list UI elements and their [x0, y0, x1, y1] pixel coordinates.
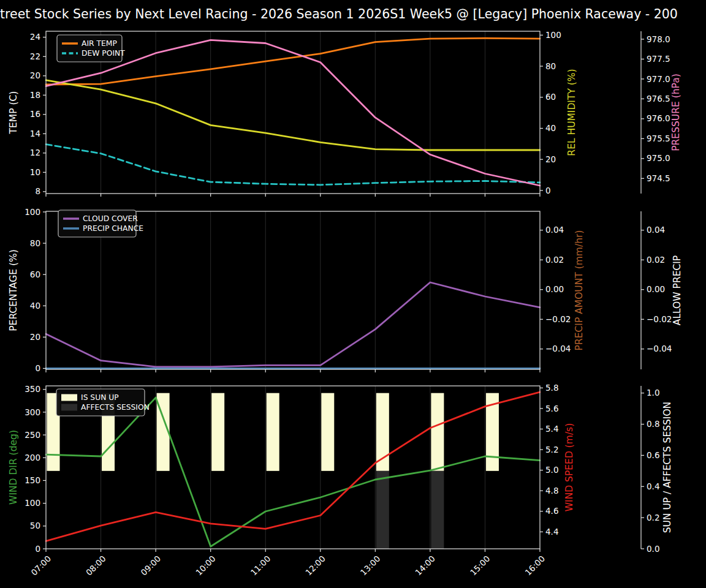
tick-label: 0.04 [545, 225, 564, 235]
tick-label: −0.04 [545, 344, 571, 353]
tick-label: 80 [545, 61, 556, 71]
axis-label-temp-c-: TEMP (C) [8, 91, 19, 135]
axis-percentage-: 020406080100PERCENTAGE (%) [8, 207, 46, 373]
tick-label: 300 [25, 407, 40, 417]
tick-label: 14 [30, 129, 40, 138]
axis-label-pressure-hpa-: PRESSURE (hPa) [670, 74, 681, 151]
bar-is-sun-up [431, 393, 444, 471]
tick-label: 5.4 [545, 424, 558, 434]
tick-label: 0 [35, 363, 40, 373]
tick-label: 12 [30, 148, 40, 157]
legend-swatch-is-sun-up [61, 394, 77, 401]
subplot-wind-sun: 050100150200250300350WIND DIR (deg)4.44.… [8, 383, 673, 554]
tick-label: 0.02 [647, 255, 665, 265]
x-tick-label: 08:00 [84, 554, 108, 578]
axis-allow-precip: −0.04−0.020.000.020.04ALLOW PRECIP [641, 211, 683, 369]
axis-wind-speed-m-s-: 4.44.64.85.05.25.45.65.8WIND SPEED (m/s) [540, 383, 575, 537]
axis-label-rel-humidity-: REL HUMIDITY (%) [566, 69, 577, 156]
tick-label: 4.4 [545, 527, 558, 537]
tick-label: 0.0 [647, 544, 659, 554]
tick-label: 20 [30, 70, 40, 80]
legend-label-precip-chance: PRECIP CHANCE [83, 224, 143, 233]
subplot-cloud-precip: 020406080100PERCENTAGE (%)−0.04−0.020.00… [8, 207, 683, 373]
legend-label-is-sun-up: IS SUN UP [81, 393, 119, 402]
axis-label-precip-amount-mm-hr-: PRECIP AMOUNT (mm/hr) [574, 230, 585, 351]
tick-label: −0.02 [545, 314, 571, 324]
tick-label: −0.04 [647, 344, 672, 353]
tick-label: 0.04 [647, 225, 665, 235]
tick-label: 80 [30, 238, 40, 248]
tick-label: 4.6 [545, 506, 558, 516]
x-tick-label: 15:00 [468, 554, 492, 578]
x-tick-label: 12:00 [303, 554, 327, 578]
tick-label: 200 [25, 453, 40, 462]
tick-label: 40 [30, 301, 40, 311]
legend: CLOUD COVERPRECIP CHANCE [58, 210, 143, 237]
tick-label: 0.2 [647, 513, 659, 522]
tick-label: 976.5 [647, 94, 670, 104]
tick-label: 978.0 [647, 34, 670, 44]
axis-temp-c-: 81012141618202224TEMP (C) [8, 32, 46, 196]
tick-label: 20 [30, 332, 40, 342]
bar-is-sun-up [321, 393, 334, 471]
tick-label: 50 [30, 521, 40, 530]
tick-label: 0.6 [647, 450, 659, 460]
axis-label-allow-precip: ALLOW PRECIP [672, 255, 683, 325]
x-tick-label: 16:00 [523, 554, 547, 578]
legend-label-cloud-cover: CLOUD COVER [83, 214, 138, 223]
tick-label: 0.4 [647, 481, 659, 491]
tick-label: 0.8 [647, 419, 659, 429]
tick-label: 100 [25, 498, 40, 508]
tick-label: 40 [545, 123, 556, 133]
axis-wind-dir-deg-: 050100150200250300350WIND DIR (deg) [8, 384, 46, 553]
tick-label: 22 [30, 51, 40, 61]
tick-label: 18 [30, 90, 40, 100]
tick-label: 16 [30, 109, 40, 119]
tick-label: 0 [545, 186, 551, 195]
tick-label: 100 [545, 30, 561, 40]
tick-label: 975.5 [647, 134, 670, 143]
tick-label: 975.0 [647, 153, 670, 163]
x-axis-labels: 07:0008:0009:0010:0011:0012:0013:0014:00… [29, 554, 547, 578]
weather-forecast-figure: 81012141618202224TEMP (C)020406080100REL… [0, 0, 706, 588]
tick-label: 10 [30, 167, 40, 177]
tick-label: 5.8 [545, 383, 558, 393]
x-tick-label: 09:00 [139, 554, 162, 578]
tick-label: 974.5 [647, 173, 670, 183]
bar-is-sun-up [267, 393, 279, 471]
axis-label-wind-dir-deg-: WIND DIR (deg) [8, 430, 19, 505]
x-tick-label: 13:00 [359, 554, 382, 578]
tick-label: −0.02 [647, 314, 672, 324]
tick-label: 977.5 [647, 54, 670, 64]
axis-pressure-hpa-: 974.5975.0975.5976.0976.5977.0977.5978.0… [641, 31, 681, 194]
axis-label-wind-speed-m-s-: WIND SPEED (m/s) [564, 423, 575, 511]
axis-rel-humidity-: 020406080100REL HUMIDITY (%) [540, 30, 577, 195]
axis-sun-up-affects-session: 0.00.20.40.60.81.0SUN UP / AFFECTS SESSI… [641, 386, 673, 554]
tick-label: 250 [25, 430, 40, 440]
legend: AIR TEMPDEW POINT [57, 35, 125, 62]
series-rel-humidity [46, 80, 540, 150]
tick-label: 5.6 [545, 404, 558, 413]
x-tick-label: 10:00 [194, 554, 218, 578]
tick-label: 0.00 [545, 284, 564, 294]
tick-label: 976.0 [647, 113, 670, 123]
subplot-temperature-humidity-pressure: 81012141618202224TEMP (C)020406080100REL… [8, 30, 681, 197]
legend-label-dew-point: DEW POINT [82, 49, 125, 58]
tick-label: 0.00 [647, 284, 665, 294]
tick-label: 150 [25, 475, 40, 485]
tick-label: 1.0 [647, 388, 659, 398]
tick-label: 8 [35, 186, 40, 196]
tick-label: 350 [25, 384, 40, 394]
tick-label: 60 [545, 92, 556, 102]
tick-label: 4.8 [545, 486, 558, 496]
bar-affects-session [376, 471, 389, 549]
x-tick-label: 07:00 [29, 554, 53, 578]
axis-precip-amount-mm-hr-: −0.04−0.020.000.020.04PRECIP AMOUNT (mm/… [540, 225, 585, 353]
tick-label: 0.02 [545, 255, 564, 265]
legend: IS SUN UPAFFECTS SESSION [56, 389, 150, 416]
series-wind-dir [46, 398, 540, 546]
series-cloud-cover [46, 282, 540, 367]
bar-is-sun-up [211, 393, 224, 471]
legend-label-air-temp: AIR TEMP [82, 39, 117, 48]
tick-label: 977.0 [647, 74, 670, 84]
